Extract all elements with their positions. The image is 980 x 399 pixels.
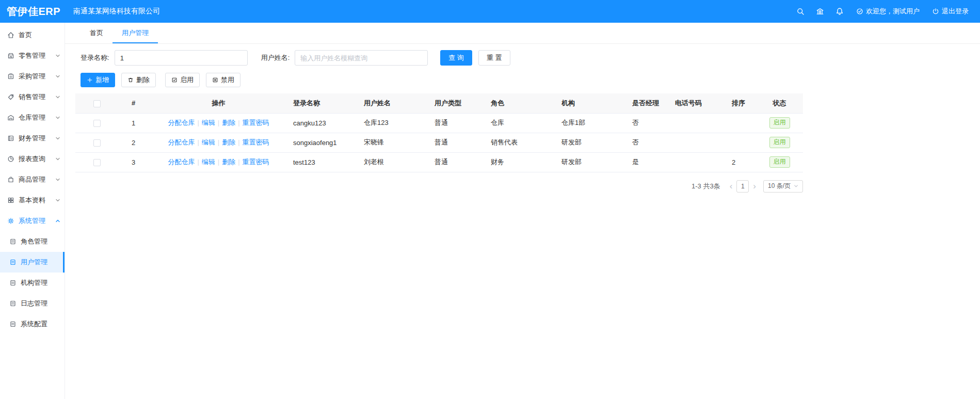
document-icon [9, 300, 17, 307]
edit-link[interactable]: 编辑 [202, 158, 215, 166]
row-sort-cell [728, 113, 756, 133]
row-checkbox-cell [75, 133, 119, 152]
sidebar: 首页零售管理采购管理销售管理仓库管理财务管理报表查询商品管理基本资料系统管理角色… [0, 23, 65, 399]
sidebar-item-label: 采购管理 [19, 72, 55, 81]
row-index-cell: 1 [119, 113, 148, 133]
row-login-cell: songxiaofeng1 [289, 133, 360, 152]
assign-warehouse-link[interactable]: 分配仓库 [168, 138, 195, 146]
sidebar-item-home[interactable]: 首页 [0, 25, 65, 45]
chevron-down-icon [55, 74, 60, 79]
row-checkbox-cell [75, 152, 119, 172]
reset-password-link[interactable]: 重置密码 [243, 119, 269, 126]
delete-link[interactable]: 删除 [222, 119, 235, 126]
top-header: 管伊佳ERP 南通某某网络科技有限公司 欢迎您，测试用户 退出登录 [0, 0, 980, 23]
sidebar-item-finance[interactable]: 财务管理 [0, 128, 65, 149]
select-all-checkbox[interactable] [93, 100, 101, 107]
next-page-button[interactable]: › [750, 181, 759, 192]
col-header-role: 角色 [487, 93, 557, 113]
bell-icon[interactable] [836, 7, 844, 15]
chevron-down-icon [55, 198, 60, 203]
sidebar-item-warehouse[interactable]: 仓库管理 [0, 107, 65, 128]
trash-icon [127, 77, 134, 83]
sidebar-item-basic-data[interactable]: 基本资料 [0, 190, 65, 211]
delete-link[interactable]: 删除 [222, 138, 235, 146]
power-icon [932, 8, 939, 15]
table-row: 3分配仓库|编辑|删除|重置密码test123刘老根普通财务研发部是2启用 [75, 152, 803, 172]
row-checkbox[interactable] [93, 120, 101, 127]
col-header-ops: 操作 [148, 93, 289, 113]
row-checkbox[interactable] [93, 139, 101, 147]
row-org-cell: 研发部 [557, 152, 628, 172]
user-table: #操作登录名称用户姓名用户类型角色机构是否经理电话号码排序状态 1分配仓库|编辑… [75, 93, 803, 172]
tab-user-management[interactable]: 用户管理 [113, 23, 158, 43]
row-actions-cell: 分配仓库|编辑|删除|重置密码 [148, 113, 289, 133]
row-org-cell: 研发部 [557, 133, 628, 152]
sidebar-subitem-role-management[interactable]: 角色管理 [0, 231, 65, 252]
table-row: 2分配仓库|编辑|删除|重置密码songxiaofeng1宋晓锋普通销售代表研发… [75, 133, 803, 152]
action-toolbar: 新增 删除 启用 禁用 [81, 73, 980, 87]
reset-password-link[interactable]: 重置密码 [243, 158, 269, 166]
prev-page-button[interactable]: ‹ [727, 181, 736, 192]
bank-icon[interactable] [816, 7, 824, 15]
welcome-user[interactable]: 欢迎您，测试用户 [856, 7, 920, 16]
search-form: 登录名称: 用户姓名: 查 询 重 置 [81, 50, 980, 66]
row-type-cell: 普通 [430, 133, 487, 152]
sidebar-subitem-log-management[interactable]: 日志管理 [0, 293, 65, 314]
reset-button[interactable]: 重 置 [478, 50, 510, 66]
login-name-input[interactable] [115, 50, 248, 66]
row-sort-cell: 2 [728, 152, 756, 172]
enable-button[interactable]: 启用 [165, 73, 200, 87]
col-header-org: 机构 [557, 93, 628, 113]
row-name-cell: 仓库123 [360, 113, 430, 133]
row-login-cell: cangku123 [289, 113, 360, 133]
disable-button[interactable]: 禁用 [206, 73, 240, 87]
sidebar-menu: 首页零售管理采购管理销售管理仓库管理财务管理报表查询商品管理基本资料系统管理角色… [0, 25, 65, 334]
sidebar-item-sales[interactable]: 销售管理 [0, 87, 65, 107]
sidebar-item-purchase[interactable]: 采购管理 [0, 66, 65, 87]
retail-icon [7, 52, 14, 59]
delete-link[interactable]: 删除 [222, 158, 235, 166]
add-button[interactable]: 新增 [81, 73, 115, 87]
content-area: 登录名称: 用户姓名: 查 询 重 置 新增 删除 启用 [65, 44, 980, 193]
row-index-cell: 3 [119, 152, 148, 172]
col-header-manager: 是否经理 [628, 93, 671, 113]
row-role-cell: 销售代表 [487, 133, 557, 152]
sidebar-item-report[interactable]: 报表查询 [0, 149, 65, 169]
edit-link[interactable]: 编辑 [202, 138, 215, 146]
chevron-down-icon [55, 94, 60, 100]
reset-password-link[interactable]: 重置密码 [243, 138, 269, 146]
page-size-select[interactable]: 10 条/页 [763, 180, 803, 193]
login-name-label: 登录名称: [81, 53, 109, 62]
row-actions-cell: 分配仓库|编辑|删除|重置密码 [148, 133, 289, 152]
finance-icon [7, 135, 14, 142]
app-logo: 管伊佳ERP [0, 5, 65, 19]
current-page-button[interactable]: 1 [736, 180, 749, 193]
sidebar-subitem-system-config[interactable]: 系统配置 [0, 314, 65, 334]
assign-warehouse-link[interactable]: 分配仓库 [168, 158, 195, 166]
action-separator: | [238, 158, 239, 166]
sidebar-item-retail[interactable]: 零售管理 [0, 45, 65, 66]
sidebar-item-label: 系统管理 [19, 216, 55, 226]
delete-button[interactable]: 删除 [121, 73, 156, 87]
company-name: 南通某某网络科技有限公司 [73, 7, 160, 16]
edit-link[interactable]: 编辑 [202, 119, 215, 126]
sidebar-subitem-user-management[interactable]: 用户管理 [0, 252, 65, 273]
chevron-down-icon [794, 184, 798, 188]
sidebar-item-product[interactable]: 商品管理 [0, 169, 65, 190]
search-icon[interactable] [796, 7, 805, 15]
sidebar-item-system[interactable]: 系统管理 [0, 211, 65, 231]
tab-home[interactable]: 首页 [81, 23, 113, 43]
logout-button[interactable]: 退出登录 [932, 7, 969, 16]
system-icon [7, 217, 14, 225]
status-badge: 启用 [769, 137, 790, 148]
query-button[interactable]: 查 询 [440, 50, 472, 66]
user-name-input[interactable] [295, 50, 428, 66]
row-index-cell: 2 [119, 133, 148, 152]
row-checkbox[interactable] [93, 159, 101, 166]
main-area: 首页用户管理 登录名称: 用户姓名: 查 询 重 置 新增 删除 [65, 23, 980, 399]
assign-warehouse-link[interactable]: 分配仓库 [168, 119, 195, 126]
sidebar-subitem-label: 用户管理 [21, 258, 47, 267]
col-header-sort: 排序 [728, 93, 756, 113]
sidebar-subitem-org-management[interactable]: 机构管理 [0, 273, 65, 293]
action-separator: | [238, 119, 239, 126]
